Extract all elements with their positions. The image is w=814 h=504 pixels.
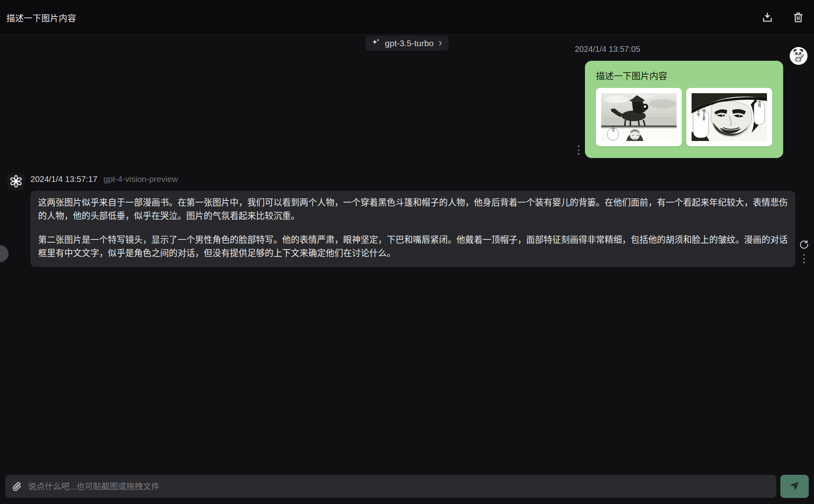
assistant-message-actions: ⋮ <box>798 239 810 265</box>
sparkle-icon <box>371 37 381 49</box>
speech-text: 一個子兒都 <box>703 106 706 121</box>
attach-file-button[interactable] <box>12 481 22 492</box>
download-icon <box>761 11 773 23</box>
topbar: 描述一下图片内容 <box>0 0 814 35</box>
topbar-actions <box>761 11 808 23</box>
assistant-avatar <box>7 173 25 191</box>
assistant-message-bubble: 这两张图片似乎来自于一部漫画书。在第一张图片中，我们可以看到两个人物，一个穿着黑… <box>30 191 795 267</box>
trash-icon <box>792 11 804 23</box>
user-avatar <box>790 47 808 65</box>
attachment-image-2[interactable]: 三百錢， 一個子兒都 少不得！ <box>686 88 772 146</box>
attachment-row: 三百， 三百錢， <box>596 88 772 146</box>
openai-logo-icon <box>9 175 23 190</box>
assistant-model-name: gpt-4-vision-preview <box>103 174 178 184</box>
assistant-message-header: 2024/1/4 13:57:17 gpt-4-vision-preview <box>30 174 178 184</box>
more-vertical-icon: ⋮ <box>799 252 810 265</box>
assistant-message-timestamp: 2024/1/4 13:57:17 <box>30 174 97 184</box>
send-button[interactable] <box>780 475 809 498</box>
user-message-text: 描述一下图片内容 <box>596 68 772 81</box>
user-message-menu-button[interactable]: ⋮ <box>572 144 585 156</box>
assistant-paragraph-2: 第二张图片是一个特写镜头，显示了一个男性角色的脸部特写。他的表情严肃，眼神坚定，… <box>38 233 788 260</box>
model-selector[interactable]: gpt-3.5-turbo › <box>366 36 449 51</box>
speech-text: 三百錢， <box>758 98 761 110</box>
attachment-image-1[interactable]: 三百， <box>596 88 682 146</box>
chevron-right-icon: › <box>439 37 442 48</box>
user-message-timestamp: 2024/1/4 13:57:05 <box>575 45 640 54</box>
paper-plane-icon <box>789 480 800 493</box>
paperclip-icon <box>12 481 22 492</box>
page-title: 描述一下图片内容 <box>6 11 76 23</box>
sidebar-toggle-handle[interactable] <box>0 245 9 262</box>
user-message-bubble: 描述一下图片内容 <box>585 61 783 158</box>
delete-conversation-button[interactable] <box>792 11 804 23</box>
assistant-paragraph-1: 这两张图片似乎来自于一部漫画书。在第一张图片中，我们可以看到两个人物，一个穿着黑… <box>38 196 788 223</box>
panda-avatar-icon <box>790 47 807 65</box>
model-selector-label: gpt-3.5-turbo <box>385 38 434 48</box>
speech-text: 三百， <box>612 126 615 134</box>
export-button[interactable] <box>761 11 773 23</box>
refresh-icon <box>799 239 810 250</box>
manga-thumbnail-rider: 三百， <box>601 93 677 141</box>
message-input[interactable] <box>28 482 770 491</box>
regenerate-button[interactable] <box>799 239 810 250</box>
composer-bar <box>5 475 776 498</box>
manga-thumbnail-closeup: 三百錢， 一個子兒都 少不得！ <box>692 93 767 141</box>
speech-text: 少不得！ <box>697 107 700 119</box>
more-vertical-icon: ⋮ <box>573 144 584 156</box>
assistant-message-menu-button[interactable]: ⋮ <box>798 252 810 265</box>
